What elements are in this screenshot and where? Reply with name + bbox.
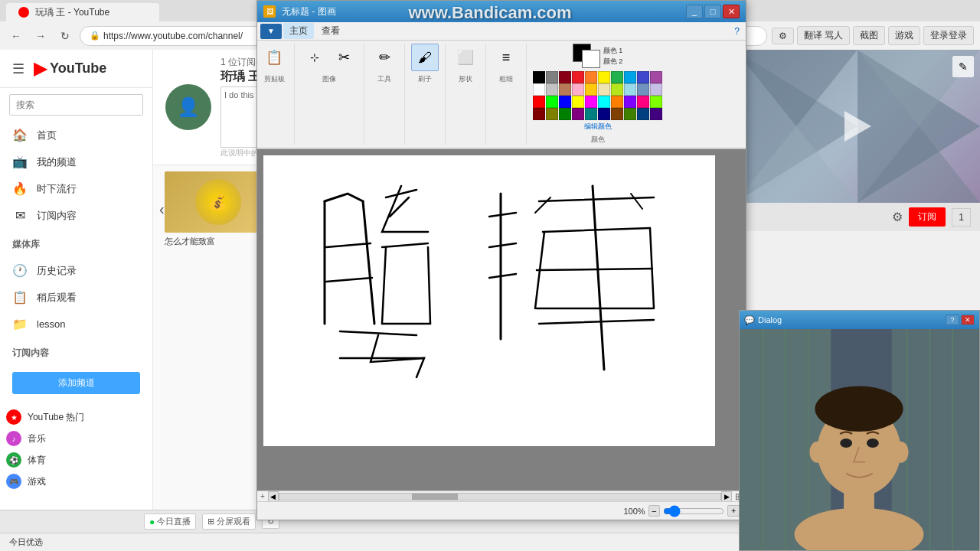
maximize-button[interactable]: □ (704, 5, 721, 18)
tools-button[interactable]: ✏ (371, 44, 398, 71)
channel-item-music[interactable]: ♪ 音乐 (0, 428, 152, 449)
scroll-thumb[interactable] (412, 494, 458, 500)
color-green[interactable] (611, 71, 623, 83)
channel-item-games[interactable]: 🎮 游戏 (0, 471, 152, 492)
paint-canvas-area[interactable] (257, 149, 746, 491)
scroll-right-button[interactable]: ▶ (721, 491, 732, 502)
color-lime[interactable] (611, 83, 623, 96)
color-darkolive[interactable] (624, 108, 636, 120)
channel-item-sports[interactable]: ⚽ 体育 (0, 449, 152, 471)
color-pink[interactable] (572, 83, 584, 96)
color-bright-green[interactable] (546, 96, 558, 108)
zoom-slider[interactable] (663, 505, 724, 517)
edit-button[interactable]: ✎ (952, 56, 974, 77)
paint-canvas[interactable] (263, 155, 715, 446)
browser-tab[interactable]: 玩瑀 王 - YouTube (6, 3, 159, 21)
zoom-in-button[interactable]: + (727, 505, 740, 517)
color-lavender[interactable] (650, 83, 662, 96)
color-magenta[interactable] (585, 96, 597, 108)
background-color[interactable] (582, 50, 600, 68)
nav-watch-later[interactable]: 📋 稍后观看 (0, 284, 152, 311)
nav-trending[interactable]: 🔥 时下流行 (0, 175, 152, 202)
color-cyan[interactable] (598, 96, 610, 108)
color-steelblue[interactable] (637, 83, 649, 96)
color-darkred[interactable] (559, 71, 571, 83)
extension-btn[interactable]: ⚙ (772, 28, 794, 44)
color-blue[interactable] (624, 71, 636, 83)
color-bright-red[interactable] (533, 96, 545, 108)
color-teal[interactable] (585, 108, 597, 120)
forward-button[interactable]: → (31, 26, 51, 46)
nav-history[interactable]: 🕐 历史记录 (0, 257, 152, 284)
color-gold[interactable] (585, 83, 597, 96)
color-cream[interactable] (598, 83, 610, 96)
subscribe-button[interactable]: 订阅 (909, 207, 946, 227)
color-lightgray[interactable] (546, 83, 558, 96)
color-darkblue[interactable] (598, 108, 610, 120)
back-button[interactable]: ← (6, 26, 26, 46)
brush-button[interactable]: 🖌 (411, 44, 439, 71)
shapes-button[interactable]: ⬜ (452, 44, 479, 71)
minimize-button[interactable]: _ (686, 5, 703, 18)
color-maroon[interactable] (533, 108, 545, 120)
color-red[interactable] (572, 71, 584, 83)
hamburger-icon[interactable]: ☰ (12, 60, 24, 77)
nav-subscriptions[interactable]: ✉ 订阅内容 (0, 202, 152, 229)
color-violet[interactable] (624, 96, 636, 108)
color-olive[interactable] (546, 108, 558, 120)
color-gray[interactable] (546, 71, 558, 83)
zoom-out-button[interactable]: – (648, 505, 661, 517)
color-darknavy[interactable] (637, 108, 649, 120)
color-yellow-green[interactable] (650, 96, 662, 108)
color-darkgreen[interactable] (559, 108, 571, 120)
color-hot-pink[interactable] (637, 96, 649, 108)
edit-colors-button[interactable]: 编辑颜色 (584, 122, 612, 132)
youtube-logo[interactable]: ▶ YouTube (34, 59, 106, 79)
thickness-button[interactable]: ≡ (492, 44, 520, 71)
game-btn[interactable]: 游戏 (888, 26, 920, 45)
refresh-button[interactable]: ↻ (55, 26, 75, 46)
scroll-track[interactable] (279, 493, 721, 500)
search-input[interactable] (9, 94, 143, 116)
paint-file-menu-icon[interactable]: ▼ (260, 24, 282, 39)
paint-menu-view[interactable]: 查看 (315, 23, 346, 39)
paste-button[interactable]: 📋 (260, 44, 288, 71)
color-plum[interactable] (572, 108, 584, 120)
select-button[interactable]: ⊹ (301, 44, 328, 71)
color-indigo[interactable] (650, 108, 662, 120)
login-btn[interactable]: 登录登录 (923, 26, 974, 45)
brush-tools: 🖌 (411, 44, 439, 71)
split-screen-button[interactable]: ⊞ 分屏观看 (202, 514, 256, 530)
canvas-resize-handle[interactable]: + (257, 492, 268, 500)
prev-arrow[interactable]: ‹ (159, 171, 165, 247)
paint-menu-home[interactable]: 主页 (283, 23, 314, 39)
color-bright-yellow[interactable] (572, 96, 584, 108)
screenshot-btn[interactable]: 截图 (853, 26, 885, 45)
nav-lesson[interactable]: 📁 lesson (0, 311, 152, 337)
dialog-close-button[interactable]: ✕ (961, 315, 975, 325)
nav-home[interactable]: 🏠 首页 (0, 122, 152, 148)
color-black[interactable] (533, 71, 545, 83)
color-purple[interactable] (650, 71, 662, 83)
color-white[interactable] (533, 83, 545, 96)
color-bright-blue[interactable] (559, 96, 571, 108)
scroll-left-button[interactable]: ◀ (268, 491, 279, 502)
color-chocolate[interactable] (611, 108, 623, 120)
settings-gear-icon[interactable]: ⚙ (892, 210, 903, 224)
color-amber[interactable] (611, 96, 623, 108)
nav-my-channel[interactable]: 📺 我的频道 (0, 148, 152, 175)
color-yellow[interactable] (598, 71, 610, 83)
close-button[interactable]: ✕ (723, 5, 740, 18)
channel-item-hot[interactable]: ★ YouTube 热门 (0, 406, 152, 428)
video-play-overlay[interactable] (735, 50, 980, 203)
color-navy[interactable] (637, 71, 649, 83)
dialog-help-button[interactable]: ? (946, 315, 959, 325)
add-channel-button[interactable]: 添加频道 (12, 372, 140, 394)
live-button[interactable]: ● 今日直播 (144, 514, 196, 530)
color-orange[interactable] (585, 71, 597, 83)
color-lightblue[interactable] (624, 83, 636, 96)
crop-button[interactable]: ✂ (330, 44, 358, 71)
paint-help-icon[interactable]: ? (731, 24, 743, 38)
translate-btn[interactable]: 翻译 骂人 (797, 26, 850, 45)
color-brown[interactable] (559, 83, 571, 96)
